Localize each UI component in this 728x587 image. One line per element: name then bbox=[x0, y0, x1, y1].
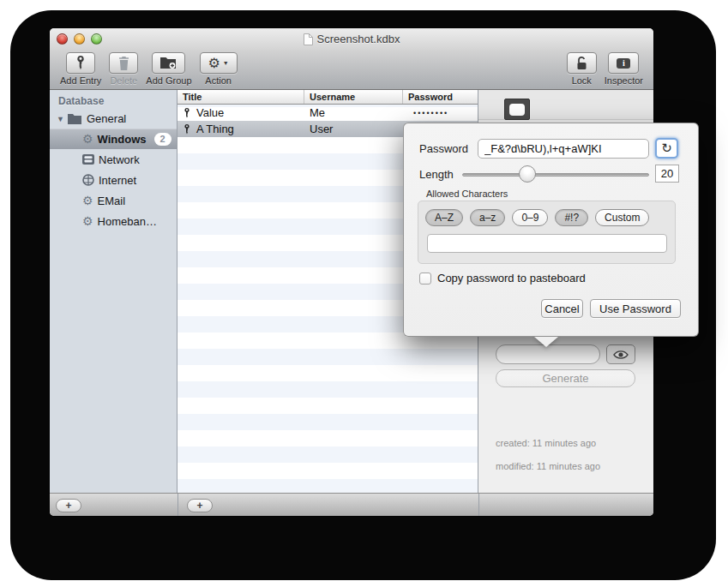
chevron-down-icon: ▼ bbox=[223, 60, 229, 66]
document-icon bbox=[304, 33, 313, 45]
copy-password-label: Copy password to pasteboard bbox=[437, 272, 586, 285]
copy-password-checkbox[interactable] bbox=[419, 273, 431, 285]
title-bar[interactable]: Screenshot.kdbx bbox=[50, 28, 653, 50]
password-generator-popover: Password ↻ Length Allowed Characters A–Z… bbox=[403, 123, 699, 337]
inspector-icon: i bbox=[617, 58, 630, 69]
add-group-label: Add Group bbox=[146, 75, 191, 86]
sidebar-group-label: General bbox=[87, 112, 126, 125]
charset-digits-toggle[interactable]: 0–9 bbox=[512, 209, 548, 226]
charset-uppercase-toggle[interactable]: A–Z bbox=[425, 209, 463, 226]
refresh-icon: ↻ bbox=[661, 141, 672, 156]
custom-characters-field[interactable] bbox=[427, 234, 667, 253]
cell-username: Me bbox=[304, 106, 403, 119]
length-slider-thumb[interactable] bbox=[519, 165, 536, 183]
key-icon bbox=[183, 123, 191, 135]
lock-button[interactable] bbox=[567, 52, 597, 74]
sidebar-item-email[interactable]: ⚙ EMail bbox=[50, 190, 177, 211]
inspector-label: Inspector bbox=[605, 75, 643, 86]
sidebar-item-label: Homeban… bbox=[98, 215, 157, 228]
gear-icon: ⚙ bbox=[208, 57, 220, 70]
entry-password-field[interactable] bbox=[496, 344, 600, 364]
reveal-password-button[interactable] bbox=[606, 344, 635, 364]
modified-timestamp: modified: 11 minutes ago bbox=[496, 461, 600, 471]
sidebar-item-internet[interactable]: Internet bbox=[50, 170, 177, 190]
delete-button[interactable] bbox=[109, 52, 138, 74]
sidebar-item-windows[interactable]: ⚙ Windows 2 bbox=[50, 129, 177, 149]
gear-icon: ⚙ bbox=[82, 215, 93, 227]
divider bbox=[177, 494, 178, 516]
sidebar-item-homebanking[interactable]: ⚙ Homeban… bbox=[50, 211, 177, 231]
add-entry-label: Add Entry bbox=[60, 75, 101, 86]
lock-toolbar-item: Lock bbox=[567, 52, 597, 86]
add-entry-button[interactable] bbox=[66, 52, 95, 74]
length-label: Length bbox=[419, 168, 454, 181]
entry-count-badge: 2 bbox=[154, 133, 171, 146]
traffic-lights bbox=[57, 33, 102, 45]
zoom-button[interactable] bbox=[91, 33, 102, 45]
unlock-icon bbox=[575, 56, 588, 70]
close-button[interactable] bbox=[57, 33, 68, 45]
delete-label: Delete bbox=[110, 75, 137, 86]
eye-icon bbox=[613, 350, 629, 360]
inspector-toolbar-item: i Inspector bbox=[605, 52, 643, 86]
cell-username: User bbox=[304, 123, 403, 135]
trash-icon bbox=[118, 57, 129, 70]
cancel-button[interactable]: Cancel bbox=[541, 299, 583, 318]
add-entry-plus-button[interactable]: + bbox=[187, 499, 213, 512]
divider bbox=[478, 494, 479, 516]
sidebar-section-database: Database bbox=[50, 90, 177, 109]
add-group-button[interactable] bbox=[152, 52, 185, 74]
length-slider-track[interactable] bbox=[462, 173, 649, 177]
charset-custom-toggle[interactable]: Custom bbox=[595, 209, 649, 226]
disclosure-triangle-icon[interactable]: ▼ bbox=[57, 115, 67, 123]
cell-title: Value bbox=[196, 106, 224, 119]
add-entry-toolbar-item: Add Entry bbox=[60, 52, 101, 86]
column-header-title[interactable]: Title bbox=[177, 90, 304, 104]
lock-label: Lock bbox=[572, 75, 592, 86]
sidebar-item-network[interactable]: Network bbox=[50, 149, 177, 170]
sidebar-item-label: Windows bbox=[98, 133, 147, 146]
window-title-text: Screenshot.kdbx bbox=[317, 33, 400, 45]
use-password-button[interactable]: Use Password bbox=[590, 299, 681, 318]
sidebar: Database ▼ General ⚙ Windows 2 Network bbox=[50, 90, 177, 493]
charset-lowercase-toggle[interactable]: a–z bbox=[470, 209, 505, 226]
minimize-button[interactable] bbox=[74, 33, 85, 45]
sidebar-item-label: EMail bbox=[98, 195, 126, 207]
length-value-field[interactable] bbox=[655, 165, 679, 183]
globe-icon bbox=[82, 174, 94, 186]
column-header-username[interactable]: Username bbox=[304, 90, 403, 104]
allowed-characters-label: Allowed Characters bbox=[426, 189, 508, 199]
delete-toolbar-item: Delete bbox=[109, 52, 138, 86]
entry-image-icon[interactable] bbox=[504, 99, 530, 120]
window-title: Screenshot.kdbx bbox=[304, 33, 400, 45]
sidebar-group-general[interactable]: ▼ General bbox=[50, 109, 177, 129]
network-icon bbox=[82, 154, 94, 165]
add-group-plus-button[interactable]: + bbox=[56, 499, 81, 512]
key-icon bbox=[183, 107, 191, 119]
folder-plus-icon bbox=[160, 57, 177, 69]
action-label: Action bbox=[205, 75, 232, 86]
generate-button[interactable]: Generate bbox=[496, 369, 635, 387]
add-group-toolbar-item: Add Group bbox=[146, 52, 191, 86]
charset-symbols-toggle[interactable]: #!? bbox=[555, 209, 588, 226]
copy-to-pasteboard-row: Copy password to pasteboard bbox=[419, 272, 586, 285]
popover-arrow bbox=[534, 337, 558, 347]
generated-password-field[interactable] bbox=[478, 139, 649, 159]
folder-icon bbox=[67, 114, 82, 124]
screenshot-canvas: Screenshot.kdbx Add Entry Delete bbox=[0, 0, 728, 587]
gear-icon: ⚙ bbox=[82, 195, 93, 207]
column-header-password[interactable]: Password bbox=[403, 90, 478, 104]
cell-title: A Thing bbox=[196, 123, 234, 135]
table-header: Title Username Password bbox=[177, 90, 478, 105]
password-label: Password bbox=[419, 142, 468, 155]
toolbar: Add Entry Delete Add Group ⚙ bbox=[50, 50, 653, 90]
created-timestamp: created: 11 minutes ago bbox=[496, 438, 596, 448]
sidebar-item-label: Internet bbox=[99, 174, 136, 187]
action-button[interactable]: ⚙ ▼ bbox=[200, 52, 238, 74]
inspector-button[interactable]: i bbox=[608, 52, 639, 74]
table-row[interactable]: Value Me •••••••• bbox=[177, 105, 478, 121]
action-toolbar-item: ⚙ ▼ Action bbox=[200, 52, 238, 86]
sidebar-item-label: Network bbox=[99, 153, 140, 166]
key-icon bbox=[75, 56, 87, 70]
regenerate-button[interactable]: ↻ bbox=[655, 138, 678, 159]
